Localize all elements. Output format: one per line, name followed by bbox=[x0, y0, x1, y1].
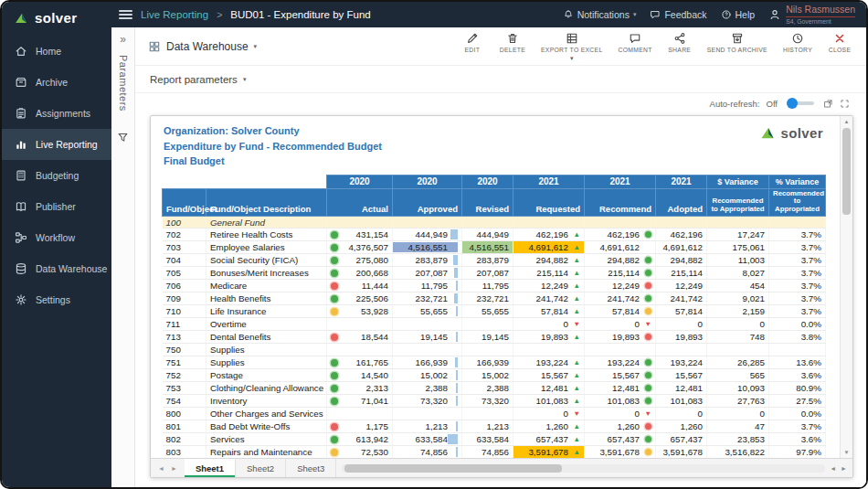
status-green-icon bbox=[645, 270, 651, 276]
toggle-knob bbox=[787, 98, 798, 109]
table-row[interactable]: 705Bonuses/Merit Increases200,668207,087… bbox=[163, 267, 826, 280]
close-button[interactable]: CLOSE bbox=[828, 32, 852, 53]
archive-icon bbox=[15, 76, 27, 89]
vertical-scrollbar[interactable]: ▲ ▼ bbox=[840, 116, 852, 458]
table-row[interactable]: 711Overtime0▼0▼000.0% bbox=[163, 318, 826, 331]
chevron-down-icon: ▾ bbox=[243, 76, 247, 82]
sidebar-item-data-warehouse[interactable]: Data Warehouse bbox=[2, 253, 111, 284]
delete-button[interactable]: DELETE bbox=[500, 32, 525, 53]
fullscreen-icon[interactable] bbox=[840, 99, 850, 109]
sidebar-item-label: Archive bbox=[36, 77, 68, 88]
report-card: Organization: Solver County Expenditure … bbox=[150, 115, 853, 478]
sidebar-item-label: Publisher bbox=[36, 201, 76, 212]
scrollbar-thumb[interactable] bbox=[344, 464, 562, 473]
main-area: Live Reporting > BUD01 - Expenditure by … bbox=[111, 2, 866, 487]
table-row[interactable]: 703Employee Salaries4,376,5074,516,5514,… bbox=[163, 241, 826, 254]
comment-button[interactable]: COMMENT bbox=[619, 32, 652, 53]
scroll-left-icon[interactable]: ◄ bbox=[830, 465, 836, 472]
sidebar-item-live-reporting[interactable]: Live Reporting bbox=[2, 129, 111, 160]
sheet-next-icon[interactable]: ► bbox=[171, 465, 177, 472]
table-row[interactable]: 709Health Benefits225,506232,721232,7212… bbox=[163, 292, 826, 305]
arrow-up-icon: ▲ bbox=[574, 295, 580, 303]
sheet-tab-sheet1[interactable]: Sheet1 bbox=[185, 459, 236, 477]
brand: solver bbox=[2, 2, 111, 34]
bell-icon bbox=[563, 9, 574, 20]
help-button[interactable]: Help bbox=[721, 9, 756, 20]
chevron-down-icon: ▾ bbox=[570, 55, 574, 61]
report-table: 202020202020202120212021$ Variance% Vari… bbox=[162, 175, 826, 459]
scroll-right-icon[interactable]: ► bbox=[841, 465, 847, 472]
table-row[interactable]: 704Social Security (FICA)275,080283,8792… bbox=[163, 254, 826, 267]
export-to-excel-button[interactable]: EXPORT TO EXCEL▾ bbox=[541, 32, 602, 61]
status-red-icon bbox=[331, 334, 338, 341]
scroll-up-icon[interactable]: ▲ bbox=[844, 116, 850, 127]
table-row[interactable]: 706Medicare11,44411,79511,79512,249▲12,2… bbox=[163, 280, 826, 292]
status-red-icon bbox=[645, 423, 651, 430]
sheet-tab-sheet2[interactable]: Sheet2 bbox=[236, 459, 286, 477]
report-parameters-label: Report parameters bbox=[150, 74, 238, 85]
sheet-prev-icon[interactable]: ◄ bbox=[158, 465, 164, 472]
arrow-up-icon: ▲ bbox=[574, 372, 580, 379]
history-button[interactable]: HISTORY bbox=[783, 32, 812, 53]
data-source-selector[interactable]: Data Warehouse ▾ bbox=[148, 40, 257, 53]
status-green-icon bbox=[331, 257, 338, 264]
feedback-button[interactable]: Feedback bbox=[650, 9, 706, 20]
notifications-label: Notifications bbox=[577, 9, 630, 20]
share-button[interactable]: SHARE bbox=[668, 32, 692, 53]
sidebar-item-publisher[interactable]: Publisher bbox=[2, 191, 111, 222]
table-row[interactable]: 803Repairs and Maintenance72,53074,85674… bbox=[163, 446, 826, 458]
table-row[interactable]: 753Clothing/Cleaning Allowance2,3132,388… bbox=[163, 382, 826, 395]
report-table-body: 100General Fund702Retiree Health Costs43… bbox=[163, 217, 826, 458]
status-yellow-icon bbox=[645, 308, 651, 314]
group-row[interactable]: 100General Fund bbox=[163, 217, 826, 229]
sidebar-item-workflow[interactable]: Workflow bbox=[2, 222, 111, 253]
help-icon bbox=[721, 9, 732, 20]
table-row[interactable]: 750Supplies bbox=[163, 344, 826, 356]
parameters-rail-label: Parameters bbox=[118, 55, 129, 112]
edit-button[interactable]: EDIT bbox=[460, 32, 484, 53]
scrollbar-thumb[interactable] bbox=[842, 128, 851, 215]
table-row[interactable]: 710Life Insurance53,92855,65555,65557,81… bbox=[163, 305, 826, 318]
app-window: solver HomeArchiveAssignmentsLive Report… bbox=[0, 0, 868, 489]
status-green-icon bbox=[331, 295, 338, 303]
breadcrumb-section[interactable]: Live Reporting bbox=[141, 9, 208, 20]
filter-icon[interactable] bbox=[117, 132, 129, 144]
table-row[interactable]: 802Services613,942633,584633,584657,437▲… bbox=[163, 433, 826, 446]
sheet-tab-sheet3[interactable]: Sheet3 bbox=[286, 459, 336, 477]
table-row[interactable]: 702Retiree Health Costs431,154444,949444… bbox=[163, 229, 826, 241]
expand-parameters-icon[interactable]: » bbox=[120, 33, 126, 46]
comment-icon bbox=[629, 32, 641, 45]
report-table-head: 202020202020202120212021$ Variance% Vari… bbox=[163, 175, 826, 217]
topbar: Live Reporting > BUD01 - Expenditure by … bbox=[111, 2, 866, 27]
arrow-up-icon: ▲ bbox=[574, 398, 580, 405]
horizontal-scrollbar[interactable] bbox=[342, 464, 825, 473]
sidebar-item-label: Data Warehouse bbox=[36, 263, 107, 274]
table-row[interactable]: 801Bad Debt Write-Offs1,1751,2131,2131,2… bbox=[163, 420, 826, 433]
close-icon bbox=[833, 32, 846, 45]
sidebar-item-budgeting[interactable]: Budgeting bbox=[2, 160, 111, 191]
table-row[interactable]: 751Supplies161,765166,939166,939193,224▲… bbox=[163, 356, 826, 369]
menu-icon[interactable] bbox=[119, 8, 132, 21]
report-parameters-toggle[interactable]: Report parameters ▾ bbox=[135, 66, 866, 93]
user-menu[interactable]: Nils Rasmussen S4, Government bbox=[768, 5, 855, 25]
table-row[interactable]: 713Dental Benefits18,54419,14519,14519,8… bbox=[163, 331, 826, 344]
sheet-nav: ◄ ► bbox=[151, 459, 185, 477]
table-row[interactable]: 754Inventory71,04173,32073,320101,083▲10… bbox=[163, 395, 826, 408]
table-row[interactable]: 800Other Charges and Services0▼0▼000.0% bbox=[163, 408, 826, 420]
arrow-up-icon: ▲ bbox=[574, 436, 580, 443]
notifications-button[interactable]: Notifications ▾ bbox=[563, 9, 637, 20]
user-name: Nils Rasmussen bbox=[786, 5, 855, 17]
table-row[interactable]: 752Postage14,54015,00215,00215,567▲15,56… bbox=[163, 369, 826, 382]
user-text: Nils Rasmussen S4, Government bbox=[786, 5, 855, 25]
popout-icon[interactable] bbox=[823, 99, 833, 109]
auto-refresh-toggle[interactable] bbox=[787, 101, 814, 105]
sidebar-item-assignments[interactable]: Assignments bbox=[2, 98, 111, 129]
status-green-icon bbox=[645, 295, 651, 302]
sidebar-item-home[interactable]: Home bbox=[2, 36, 111, 67]
sidebar-item-archive[interactable]: Archive bbox=[2, 67, 111, 98]
send-to-archive-button[interactable]: SEND TO ARCHIVE bbox=[707, 32, 767, 53]
solver-logo-icon bbox=[14, 12, 29, 25]
sidebar-item-settings[interactable]: Settings bbox=[2, 284, 111, 315]
scroll-down-icon[interactable]: ▼ bbox=[844, 447, 850, 458]
live-reporting-icon bbox=[15, 138, 27, 151]
